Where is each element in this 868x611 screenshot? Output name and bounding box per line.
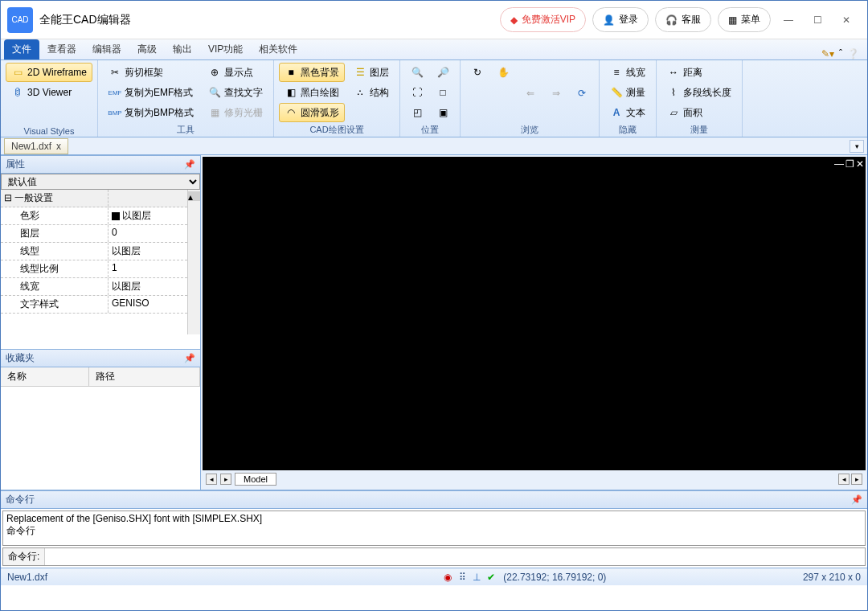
user-icon: 👤: [603, 14, 615, 26]
group-measure: 测量: [661, 123, 737, 136]
canvas-min-icon[interactable]: —: [834, 158, 844, 170]
maximize-button[interactable]: ☐: [803, 9, 832, 31]
prop-layer-value[interactable]: 0: [108, 225, 187, 242]
app-title: 全能王CAD编辑器: [39, 13, 497, 27]
vip-button[interactable]: ◆免费激活VIP: [500, 7, 586, 32]
left-panel: 属性📌 默认值 ⊟ 一般设置 色彩以图层 图层0 线型以图层 线型比例1 线宽以…: [1, 155, 201, 490]
bw-icon: ◧: [285, 86, 297, 99]
rotate-button[interactable]: ↻: [465, 63, 489, 82]
scissors-icon: ✂: [108, 66, 121, 79]
menu-button[interactable]: ▦菜单: [718, 7, 771, 32]
command-panel: 命令行📌 Replacement of the [Geniso.SHX] fon…: [1, 490, 867, 566]
trim-raster-button[interactable]: ▦修剪光栅: [203, 103, 268, 122]
trim-icon: ▦: [208, 106, 221, 119]
structure-button[interactable]: ⛬结构: [348, 83, 395, 102]
prop-color-value[interactable]: 以图层: [108, 207, 187, 224]
status-snap-icon[interactable]: ✔: [485, 571, 497, 584]
wireframe-button[interactable]: ▭2D Wireframe: [6, 63, 92, 82]
bw-draw-button[interactable]: ◧黑白绘图: [279, 83, 345, 102]
smooth-arc-button[interactable]: ◠圆滑弧形: [279, 103, 345, 122]
canvas-close-icon[interactable]: ✕: [856, 158, 864, 170]
distance-button[interactable]: ↔距离: [661, 63, 737, 82]
close-tab-icon[interactable]: x: [56, 141, 61, 152]
command-input[interactable]: [45, 550, 865, 564]
doc-tabs-dropdown[interactable]: ▾: [850, 140, 864, 153]
headset-icon: 🎧: [665, 14, 678, 26]
hscroll-right[interactable]: ▸: [851, 474, 862, 485]
copy-bmp-button[interactable]: BMP复制为BMP格式: [103, 103, 199, 122]
target-icon: ⊕: [208, 66, 221, 79]
status-globe-icon[interactable]: ◉: [441, 571, 454, 584]
minimize-button[interactable]: —: [774, 9, 803, 31]
zoom-out-button[interactable]: 🔎: [431, 63, 455, 82]
drawing-canvas[interactable]: —❐✕: [203, 157, 866, 470]
collapse-icon[interactable]: ˆ: [839, 48, 842, 59]
tab-editor[interactable]: 编辑器: [84, 39, 129, 59]
extents-button[interactable]: □: [431, 83, 455, 102]
pin-icon[interactable]: 📌: [184, 159, 195, 170]
nav-back-button[interactable]: ⇐: [518, 84, 542, 103]
tab-file[interactable]: 文件: [4, 39, 39, 59]
document-tabs: New1.dxfx ▾: [1, 137, 867, 155]
clip-frame-button[interactable]: ✂剪切框架: [103, 63, 199, 82]
tab-scroll-left[interactable]: ◂: [206, 474, 217, 485]
command-label: 命令行:: [3, 548, 45, 565]
grid-icon: ▦: [728, 14, 737, 26]
pin-icon[interactable]: 📌: [184, 353, 195, 363]
close-button[interactable]: ✕: [832, 9, 861, 31]
arrow-right-icon: ⇒: [550, 87, 563, 100]
distance-icon: ↔: [667, 66, 680, 79]
tab-scroll-right[interactable]: ▸: [220, 474, 231, 485]
zoom-out-icon: 🔎: [436, 66, 449, 79]
status-grid-icon[interactable]: ⠿: [456, 571, 469, 584]
status-file: New1.dxf: [7, 572, 47, 583]
3dviewer-button[interactable]: 🛢3D Viewer: [6, 83, 92, 102]
rotate-icon: ↻: [471, 66, 484, 79]
doc-tab[interactable]: New1.dxfx: [4, 138, 68, 154]
prop-textstyle-value[interactable]: GENISO: [108, 296, 187, 313]
prop-linetype-value[interactable]: 以图层: [108, 243, 187, 260]
prop-lineweight-value[interactable]: 以图层: [108, 278, 187, 295]
polyline-icon: ⌇: [667, 86, 680, 99]
tab-viewer[interactable]: 查看器: [39, 39, 84, 59]
black-bg-button[interactable]: ■黑色背景: [279, 63, 345, 82]
pin-icon[interactable]: 📌: [851, 494, 862, 505]
find-text-button[interactable]: 🔍查找文字: [203, 83, 268, 102]
nav-fwd-button[interactable]: ⇒: [544, 84, 568, 103]
prop-ltscale-value[interactable]: 1: [108, 260, 187, 277]
favorites-list[interactable]: [1, 387, 200, 490]
layers-button[interactable]: ☰图层: [348, 63, 395, 82]
show-points-button[interactable]: ⊕显示点: [203, 63, 268, 82]
nav-home-button[interactable]: ⟳: [570, 84, 594, 103]
status-ortho-icon[interactable]: ⊥: [470, 571, 483, 584]
canvas-max-icon[interactable]: ❐: [845, 158, 854, 170]
area-button[interactable]: ▱面积: [661, 103, 737, 122]
help-icon[interactable]: ❔: [847, 48, 859, 59]
tab-vip[interactable]: VIP功能: [200, 39, 251, 59]
polyline-len-button[interactable]: ⌇多段线长度: [661, 83, 737, 102]
text-button[interactable]: A文本: [604, 103, 651, 122]
pan-button[interactable]: ✋: [491, 63, 515, 82]
props-scrollbar[interactable]: ▴: [187, 190, 200, 334]
support-button[interactable]: 🎧客服: [655, 7, 711, 32]
group-visual-styles: Visual Styles: [6, 125, 92, 136]
zoom-in-button[interactable]: 🔍: [405, 63, 429, 82]
tab-output[interactable]: 输出: [165, 39, 200, 59]
tab-related[interactable]: 相关软件: [251, 39, 305, 59]
props-filter-select[interactable]: 默认值: [1, 174, 200, 190]
copy-emf-button[interactable]: EMF复制为EMF格式: [103, 83, 199, 102]
edit-dropdown-icon[interactable]: ✎▾: [821, 48, 834, 59]
zoom-prev-button[interactable]: ◰: [405, 103, 429, 122]
fit-button[interactable]: ⛶: [405, 83, 429, 102]
hscroll-left[interactable]: ◂: [838, 474, 850, 485]
lineweight-button[interactable]: ≡线宽: [604, 63, 651, 82]
model-tab[interactable]: Model: [235, 473, 276, 486]
login-button[interactable]: 👤登录: [592, 7, 649, 32]
main-tabs: 文件 查看器 编辑器 高级 输出 VIP功能 相关软件 ✎▾ ˆ ❔: [1, 39, 867, 60]
prop-group-toggle[interactable]: ⊟ 一般设置: [1, 190, 108, 207]
measure-button[interactable]: 📏测量: [604, 83, 651, 102]
tab-advanced[interactable]: 高级: [129, 39, 165, 59]
zoom-all-button[interactable]: ▣: [431, 103, 455, 122]
cylinder-icon: 🛢: [11, 86, 24, 99]
group-cad-settings: CAD绘图设置: [279, 123, 395, 136]
